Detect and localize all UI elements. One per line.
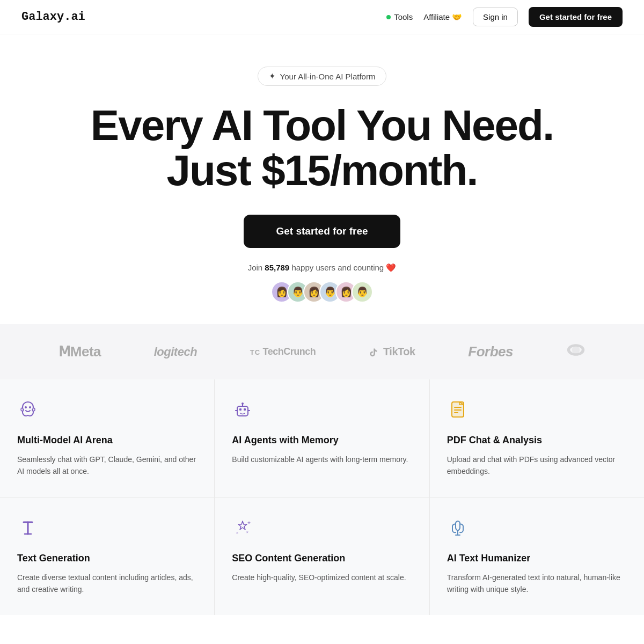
- avatar: 👨: [352, 281, 373, 303]
- nav-tools-link[interactable]: Tools: [386, 12, 413, 21]
- tools-status-dot: [386, 15, 391, 19]
- seo-icon: [232, 517, 412, 543]
- svg-point-3: [29, 406, 31, 408]
- features-grid: Multi-Model AI Arena Seamlessly chat wit…: [0, 379, 644, 615]
- hero-title: Every AI Tool You Need. Just $15/month.: [91, 103, 553, 193]
- feature-title-text-gen: Text Generation: [17, 553, 197, 564]
- svg-rect-5: [239, 408, 241, 411]
- affiliate-label: Affiliate: [423, 12, 450, 21]
- pdf-icon: [447, 399, 627, 425]
- feature-card-ai-agents: AI Agents with Memory Build customizable…: [215, 379, 429, 497]
- feature-card-pdf: PDF Chat & Analysis Upload and chat with…: [430, 379, 644, 497]
- feature-desc-multi-model: Seamlessly chat with GPT, Claude, Gemini…: [17, 453, 197, 478]
- humanizer-icon: [447, 517, 627, 543]
- hero-section: ✦ Your All-in-One AI Platform Every AI T…: [0, 34, 644, 324]
- brand-forbes: Forbes: [468, 343, 513, 360]
- feature-card-seo: SEO Content Generation Create high-quali…: [215, 497, 429, 615]
- feature-title-ai-agents: AI Agents with Memory: [232, 435, 412, 446]
- hero-title-line2: Just $15/month.: [166, 147, 477, 194]
- nav-right: Tools Affiliate 🤝 Sign in Get started fo…: [386, 7, 623, 27]
- brand-logitech: logitech: [154, 345, 197, 359]
- tools-label: Tools: [394, 12, 413, 21]
- brain-icon: [17, 399, 197, 425]
- feature-title-humanizer: AI Text Humanizer: [447, 553, 627, 564]
- avatar-row: 👩 👨 👩 👨 👩 👨: [271, 281, 373, 303]
- affiliate-emoji: 🤝: [452, 12, 462, 22]
- navbar: Galaxy.ai Tools Affiliate 🤝 Sign in Get …: [0, 0, 644, 34]
- svg-rect-6: [244, 408, 246, 411]
- social-proof-count: 85,789: [265, 263, 289, 272]
- get-started-nav-button[interactable]: Get started for free: [529, 7, 623, 27]
- feature-card-multi-model: Multi-Model AI Arena Seamlessly chat wit…: [0, 379, 214, 497]
- social-proof-text: Join 85,789 happy users and counting ❤️: [248, 263, 397, 273]
- feature-desc-pdf: Upload and chat with PDFs using advanced…: [447, 453, 627, 478]
- feature-title-multi-model: Multi-Model AI Arena: [17, 435, 197, 446]
- badge-icon: ✦: [269, 71, 276, 81]
- robot-icon: [232, 399, 412, 425]
- hero-title-line1: Every AI Tool You Need.: [91, 101, 553, 149]
- text-icon: [17, 517, 197, 543]
- feature-card-text-gen: Text Generation Create diverse textual c…: [0, 497, 214, 615]
- badge-text: Your All-in-One AI Platform: [280, 72, 376, 81]
- get-started-hero-button[interactable]: Get started for free: [244, 215, 400, 248]
- nav-affiliate-link[interactable]: Affiliate 🤝: [423, 12, 462, 22]
- brands-strip: 𝖬Meta logitech TC TechCrunch TikTok Forb…: [0, 324, 644, 379]
- feature-card-humanizer: AI Text Humanizer Transform AI-generated…: [430, 497, 644, 615]
- feature-title-seo: SEO Content Generation: [232, 553, 412, 564]
- feature-desc-seo: Create high-quality, SEO-optimized conte…: [232, 572, 412, 583]
- svg-rect-4: [237, 406, 248, 416]
- feature-desc-humanizer: Transform AI-generated text into natural…: [447, 572, 627, 596]
- sign-in-button[interactable]: Sign in: [473, 8, 518, 26]
- svg-point-2: [25, 406, 27, 408]
- brand-tiktok: TikTok: [369, 346, 415, 358]
- brand-patriots: [566, 340, 586, 363]
- social-proof-prefix: Join: [248, 263, 265, 272]
- feature-title-pdf: PDF Chat & Analysis: [447, 435, 627, 446]
- brand-meta: 𝖬Meta: [58, 343, 101, 360]
- hero-badge: ✦ Your All-in-One AI Platform: [258, 67, 387, 86]
- feature-desc-text-gen: Create diverse textual content including…: [17, 572, 197, 596]
- brand-techcrunch: TC TechCrunch: [250, 346, 316, 357]
- svg-point-7: [241, 402, 244, 405]
- social-proof-suffix: happy users and counting ❤️: [289, 263, 396, 272]
- feature-desc-ai-agents: Build customizable AI agents with long-t…: [232, 453, 412, 465]
- site-logo[interactable]: Galaxy.ai: [21, 10, 85, 24]
